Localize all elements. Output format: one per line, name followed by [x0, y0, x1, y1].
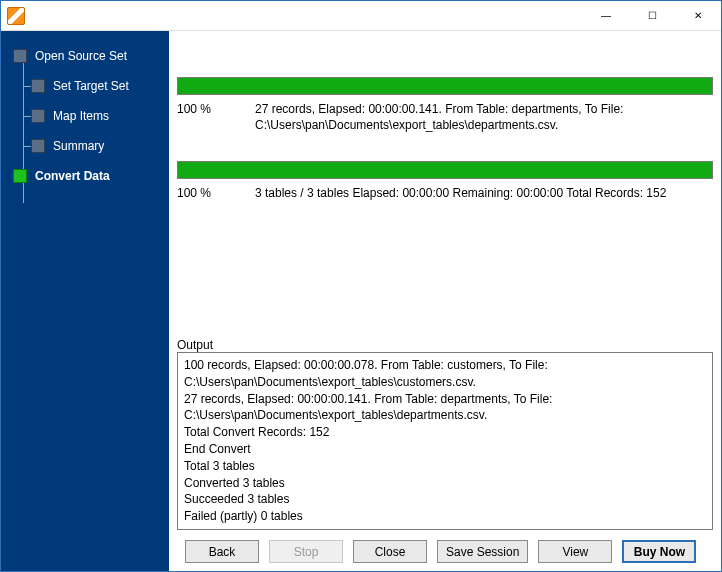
- buy-now-button[interactable]: Buy Now: [622, 540, 696, 563]
- step-label: Summary: [53, 139, 104, 153]
- overall-progress-bar: [177, 161, 713, 179]
- step-convert-data[interactable]: Convert Data: [1, 161, 169, 191]
- button-row: Back Stop Close Save Session View Buy No…: [177, 530, 713, 563]
- overall-progress-detail: 3 tables / 3 tables Elapsed: 00:00:00 Re…: [255, 185, 713, 201]
- step-map-items[interactable]: Map Items: [1, 101, 169, 131]
- stop-button: Stop: [269, 540, 343, 563]
- log-line: Converted 3 tables: [184, 475, 706, 492]
- minimize-button[interactable]: —: [583, 1, 629, 31]
- maximize-button[interactable]: ☐: [629, 1, 675, 31]
- log-line: Failed (partly) 0 tables: [184, 508, 706, 525]
- log-line: 100 records, Elapsed: 00:00:00.078. From…: [184, 357, 706, 391]
- output-log[interactable]: 100 records, Elapsed: 00:00:00.078. From…: [177, 352, 713, 530]
- close-button[interactable]: Close: [353, 540, 427, 563]
- log-line: End Convert: [184, 441, 706, 458]
- step-set-target-set[interactable]: Set Target Set: [1, 71, 169, 101]
- step-open-source-set[interactable]: Open Source Set: [1, 41, 169, 71]
- wizard-sidebar: Open Source Set Set Target Set Map Items…: [1, 31, 169, 571]
- overall-progress-percent: 100 %: [177, 185, 237, 201]
- table-progress-detail: 27 records, Elapsed: 00:00:00.141. From …: [255, 101, 713, 133]
- step-label: Convert Data: [35, 169, 110, 183]
- log-line: Total Convert Records: 152: [184, 424, 706, 441]
- view-button[interactable]: View: [538, 540, 612, 563]
- table-progress-bar: [177, 77, 713, 95]
- log-line: Succeeded 3 tables: [184, 491, 706, 508]
- step-label: Map Items: [53, 109, 109, 123]
- table-progress-block: 100 % 27 records, Elapsed: 00:00:00.141.…: [177, 77, 713, 133]
- step-label: Open Source Set: [35, 49, 127, 63]
- titlebar: — ☐ ✕: [1, 1, 721, 31]
- close-window-button[interactable]: ✕: [675, 1, 721, 31]
- log-line: 27 records, Elapsed: 00:00:00.141. From …: [184, 391, 706, 425]
- save-session-button[interactable]: Save Session: [437, 540, 528, 563]
- overall-progress-block: 100 % 3 tables / 3 tables Elapsed: 00:00…: [177, 161, 713, 201]
- app-icon: [7, 7, 25, 25]
- step-summary[interactable]: Summary: [1, 131, 169, 161]
- step-label: Set Target Set: [53, 79, 129, 93]
- back-button[interactable]: Back: [185, 540, 259, 563]
- output-label: Output: [177, 312, 713, 352]
- main-panel: 100 % 27 records, Elapsed: 00:00:00.141.…: [169, 31, 721, 571]
- log-line: Total 3 tables: [184, 458, 706, 475]
- table-progress-percent: 100 %: [177, 101, 237, 133]
